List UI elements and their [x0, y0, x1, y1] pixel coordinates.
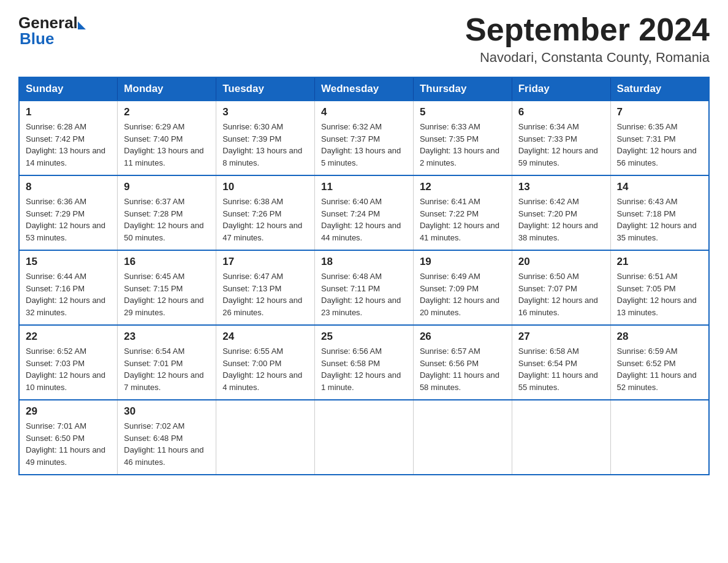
calendar-title: September 2024	[465, 12, 710, 47]
calendar-cell: 20Sunrise: 6:50 AM Sunset: 7:07 PM Dayli…	[512, 250, 610, 325]
day-number: 3	[222, 106, 308, 118]
day-info: Sunrise: 6:52 AM Sunset: 7:03 PM Dayligh…	[26, 345, 111, 393]
day-number: 2	[124, 106, 210, 118]
day-info: Sunrise: 6:28 AM Sunset: 7:42 PM Dayligh…	[26, 121, 111, 169]
day-number: 19	[420, 256, 506, 268]
day-info: Sunrise: 6:38 AM Sunset: 7:26 PM Dayligh…	[222, 196, 308, 243]
day-info: Sunrise: 6:29 AM Sunset: 7:40 PM Dayligh…	[124, 121, 210, 169]
day-number: 27	[518, 331, 604, 343]
day-info: Sunrise: 6:37 AM Sunset: 7:28 PM Dayligh…	[124, 196, 210, 243]
day-info: Sunrise: 6:42 AM Sunset: 7:20 PM Dayligh…	[518, 196, 604, 243]
day-number: 5	[420, 106, 506, 118]
day-info: Sunrise: 7:01 AM Sunset: 6:50 PM Dayligh…	[26, 420, 111, 468]
day-number: 6	[518, 106, 604, 118]
calendar-week-2: 8Sunrise: 6:36 AM Sunset: 7:29 PM Daylig…	[19, 175, 709, 250]
calendar-cell: 30Sunrise: 7:02 AM Sunset: 6:48 PM Dayli…	[118, 400, 216, 475]
day-number: 11	[321, 181, 407, 193]
day-info: Sunrise: 6:57 AM Sunset: 6:56 PM Dayligh…	[420, 345, 506, 393]
day-info: Sunrise: 6:54 AM Sunset: 7:01 PM Dayligh…	[124, 345, 210, 393]
day-info: Sunrise: 6:41 AM Sunset: 7:22 PM Dayligh…	[420, 196, 506, 243]
calendar-cell: 13Sunrise: 6:42 AM Sunset: 7:20 PM Dayli…	[512, 175, 610, 250]
calendar-cell: 18Sunrise: 6:48 AM Sunset: 7:11 PM Dayli…	[315, 250, 414, 325]
calendar-cell: 8Sunrise: 6:36 AM Sunset: 7:29 PM Daylig…	[19, 175, 118, 250]
day-number: 22	[26, 331, 111, 343]
day-number: 7	[617, 106, 702, 118]
day-number: 26	[420, 331, 506, 343]
calendar-header-row: SundayMondayTuesdayWednesdayThursdayFrid…	[19, 77, 709, 101]
calendar-cell: 28Sunrise: 6:59 AM Sunset: 6:52 PM Dayli…	[610, 325, 709, 400]
calendar-cell	[216, 400, 315, 475]
day-number: 15	[26, 256, 111, 268]
calendar-cell: 19Sunrise: 6:49 AM Sunset: 7:09 PM Dayli…	[413, 250, 512, 325]
calendar-cell: 2Sunrise: 6:29 AM Sunset: 7:40 PM Daylig…	[118, 101, 216, 175]
day-header-sunday: Sunday	[19, 77, 118, 101]
calendar-cell: 1Sunrise: 6:28 AM Sunset: 7:42 PM Daylig…	[19, 101, 118, 175]
day-info: Sunrise: 6:59 AM Sunset: 6:52 PM Dayligh…	[617, 345, 702, 393]
day-info: Sunrise: 6:50 AM Sunset: 7:07 PM Dayligh…	[518, 270, 604, 318]
day-info: Sunrise: 6:43 AM Sunset: 7:18 PM Dayligh…	[617, 196, 702, 243]
calendar-cell: 11Sunrise: 6:40 AM Sunset: 7:24 PM Dayli…	[315, 175, 414, 250]
calendar-cell: 27Sunrise: 6:58 AM Sunset: 6:54 PM Dayli…	[512, 325, 610, 400]
calendar-cell: 26Sunrise: 6:57 AM Sunset: 6:56 PM Dayli…	[413, 325, 512, 400]
day-info: Sunrise: 6:32 AM Sunset: 7:37 PM Dayligh…	[321, 121, 407, 169]
day-number: 23	[124, 331, 210, 343]
logo: General Blue	[18, 12, 86, 48]
day-header-thursday: Thursday	[413, 77, 512, 101]
calendar-week-4: 22Sunrise: 6:52 AM Sunset: 7:03 PM Dayli…	[19, 325, 709, 400]
calendar-cell	[512, 400, 610, 475]
calendar-week-5: 29Sunrise: 7:01 AM Sunset: 6:50 PM Dayli…	[19, 400, 709, 475]
day-number: 14	[617, 181, 702, 193]
day-info: Sunrise: 6:40 AM Sunset: 7:24 PM Dayligh…	[321, 196, 407, 243]
day-info: Sunrise: 6:44 AM Sunset: 7:16 PM Dayligh…	[26, 270, 111, 318]
day-info: Sunrise: 6:45 AM Sunset: 7:15 PM Dayligh…	[124, 270, 210, 318]
day-header-wednesday: Wednesday	[315, 77, 414, 101]
calendar-cell: 10Sunrise: 6:38 AM Sunset: 7:26 PM Dayli…	[216, 175, 315, 250]
calendar-cell: 15Sunrise: 6:44 AM Sunset: 7:16 PM Dayli…	[19, 250, 118, 325]
day-info: Sunrise: 6:33 AM Sunset: 7:35 PM Dayligh…	[420, 121, 506, 169]
day-number: 17	[222, 256, 308, 268]
calendar-cell: 14Sunrise: 6:43 AM Sunset: 7:18 PM Dayli…	[610, 175, 709, 250]
day-number: 20	[518, 256, 604, 268]
day-number: 1	[26, 106, 111, 118]
day-info: Sunrise: 6:49 AM Sunset: 7:09 PM Dayligh…	[420, 270, 506, 318]
calendar-body: 1Sunrise: 6:28 AM Sunset: 7:42 PM Daylig…	[19, 101, 709, 475]
day-info: Sunrise: 6:36 AM Sunset: 7:29 PM Dayligh…	[26, 196, 111, 243]
calendar-table: SundayMondayTuesdayWednesdayThursdayFrid…	[18, 77, 710, 475]
calendar-week-1: 1Sunrise: 6:28 AM Sunset: 7:42 PM Daylig…	[19, 101, 709, 175]
day-header-tuesday: Tuesday	[216, 77, 315, 101]
day-number: 4	[321, 106, 407, 118]
day-number: 28	[617, 331, 702, 343]
day-header-monday: Monday	[118, 77, 216, 101]
calendar-cell: 9Sunrise: 6:37 AM Sunset: 7:28 PM Daylig…	[118, 175, 216, 250]
day-number: 16	[124, 256, 210, 268]
day-header-saturday: Saturday	[610, 77, 709, 101]
day-info: Sunrise: 6:51 AM Sunset: 7:05 PM Dayligh…	[617, 270, 702, 318]
calendar-subtitle: Navodari, Constanta County, Romania	[465, 50, 710, 66]
calendar-cell: 17Sunrise: 6:47 AM Sunset: 7:13 PM Dayli…	[216, 250, 315, 325]
calendar-cell	[315, 400, 414, 475]
calendar-cell: 3Sunrise: 6:30 AM Sunset: 7:39 PM Daylig…	[216, 101, 315, 175]
calendar-cell: 29Sunrise: 7:01 AM Sunset: 6:50 PM Dayli…	[19, 400, 118, 475]
day-number: 30	[124, 405, 210, 418]
calendar-cell: 25Sunrise: 6:56 AM Sunset: 6:58 PM Dayli…	[315, 325, 414, 400]
calendar-cell: 22Sunrise: 6:52 AM Sunset: 7:03 PM Dayli…	[19, 325, 118, 400]
day-number: 12	[420, 181, 506, 193]
day-info: Sunrise: 6:30 AM Sunset: 7:39 PM Dayligh…	[222, 121, 308, 169]
day-number: 10	[222, 181, 308, 193]
calendar-week-3: 15Sunrise: 6:44 AM Sunset: 7:16 PM Dayli…	[19, 250, 709, 325]
day-info: Sunrise: 6:34 AM Sunset: 7:33 PM Dayligh…	[518, 121, 604, 169]
day-info: Sunrise: 6:35 AM Sunset: 7:31 PM Dayligh…	[617, 121, 702, 169]
calendar-cell: 12Sunrise: 6:41 AM Sunset: 7:22 PM Dayli…	[413, 175, 512, 250]
day-header-friday: Friday	[512, 77, 610, 101]
calendar-cell	[610, 400, 709, 475]
day-info: Sunrise: 6:48 AM Sunset: 7:11 PM Dayligh…	[321, 270, 407, 318]
day-number: 9	[124, 181, 210, 193]
day-number: 13	[518, 181, 604, 193]
calendar-cell: 23Sunrise: 6:54 AM Sunset: 7:01 PM Dayli…	[118, 325, 216, 400]
day-info: Sunrise: 6:47 AM Sunset: 7:13 PM Dayligh…	[222, 270, 308, 318]
day-info: Sunrise: 7:02 AM Sunset: 6:48 PM Dayligh…	[124, 420, 210, 468]
day-number: 29	[26, 405, 111, 418]
logo-general: General	[18, 15, 86, 31]
title-area: September 2024 Navodari, Constanta Count…	[465, 12, 710, 66]
day-number: 25	[321, 331, 407, 343]
